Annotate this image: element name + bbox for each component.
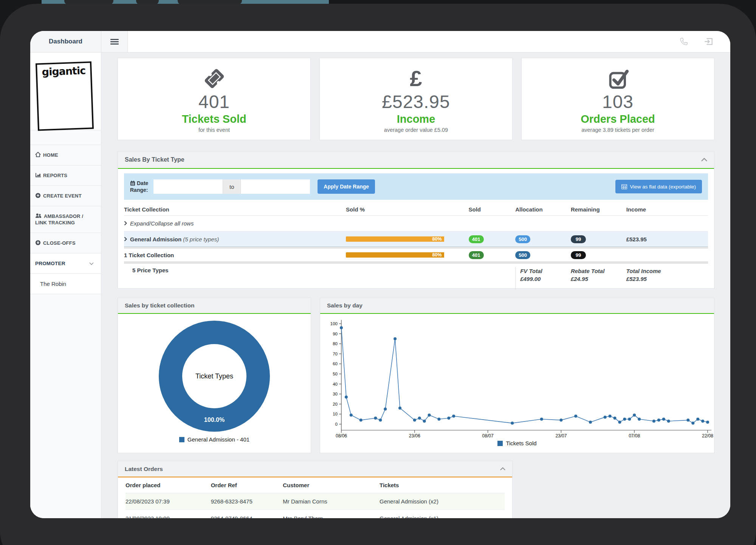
stat-label: Income <box>320 113 512 125</box>
order-ref: 9268-6323-8475 <box>211 498 283 505</box>
close-offs-icon <box>35 240 41 245</box>
plus-circle-icon <box>35 193 41 198</box>
table-row-general-admission[interactable]: General Admission (5 price types) 80% 40… <box>124 232 708 247</box>
panel-title: Sales By Ticket Type <box>125 156 184 163</box>
donut-center-label: Ticket Types <box>195 372 233 380</box>
export-button-label: View as flat data (exportable) <box>630 184 696 190</box>
sidebar-footer <box>30 294 101 518</box>
total-income-label: Total Income <box>626 268 661 274</box>
date-from-input[interactable] <box>153 179 223 194</box>
sidebar-item-home[interactable]: HOME <box>30 145 101 165</box>
sidebar-item-reports[interactable]: REPORTS <box>30 165 101 185</box>
sidebar-item-label: AMBASSADOR / LINK TRACKING <box>35 213 83 225</box>
svg-text:07/08: 07/08 <box>629 433 640 438</box>
sidebar-item-the-robin[interactable]: The Robin <box>30 273 101 294</box>
panel-header: Sales by ticket collection <box>118 298 311 314</box>
remaining-badge: 99 <box>571 251 586 259</box>
sold-percent-bar-fill: 80% <box>346 236 444 242</box>
sidebar-item-close-offs[interactable]: CLOSE-OFFS <box>30 233 101 253</box>
logout-icon[interactable] <box>704 37 714 46</box>
date-to-connector: to <box>223 179 241 194</box>
svg-text:08/07: 08/07 <box>482 433 494 438</box>
gigantic-logo: gigantic <box>36 61 94 131</box>
pound-icon: £ <box>410 68 422 90</box>
col-sold-pct: Sold % <box>346 206 468 213</box>
expand-collapse-label: Expand/Collapse all rows <box>130 220 194 227</box>
svg-text:90: 90 <box>333 332 338 336</box>
date-to-input[interactable] <box>241 179 310 194</box>
income-value: £523.95 <box>626 236 708 242</box>
remaining-badge: 99 <box>571 235 586 243</box>
chevron-up-icon <box>500 467 505 471</box>
sales-by-collection-panel: Sales by ticket collection Ticket Types … <box>118 298 311 453</box>
sidebar-item-label: REPORTS <box>43 173 67 178</box>
apply-date-range-button[interactable]: Apply Date Range <box>318 179 375 194</box>
date-range-bar: Date Range: to Apply Date Range View as … <box>124 173 708 200</box>
phone-icon[interactable] <box>679 37 689 46</box>
sidebar-item-label: PROMOTER <box>35 260 65 267</box>
col-allocation: Allocation <box>515 206 571 213</box>
svg-text:30: 30 <box>333 392 338 396</box>
legend-swatch <box>497 441 503 446</box>
stat-caption: average 3.89 tickets per order <box>522 127 714 133</box>
donut-chart: Ticket Types 100.0% General Admission - … <box>118 314 311 453</box>
svg-text:100: 100 <box>330 321 338 326</box>
sidebar-item-label: CLOSE-OFFS <box>43 240 76 246</box>
order-row: 21/08/2023 19:00 9264-0749-8664 Mrs Bery… <box>125 510 505 518</box>
panel-header: Sales by day <box>320 298 714 314</box>
chevron-right-icon <box>124 221 127 225</box>
menu-toggle-button[interactable] <box>101 31 128 52</box>
order-placed: 22/08/2023 07:39 <box>125 498 211 505</box>
sidebar-item-ambassador-link-tracking[interactable]: AMBASSADOR / LINK TRACKING <box>30 206 101 233</box>
home-icon <box>35 152 41 157</box>
order-ref: 9264-0749-8664 <box>211 515 283 519</box>
table-totals-row: 5 Price Types FV Total£499.00 Rebate Tot… <box>124 262 708 288</box>
table-row-ticket-collection-total: 1 Ticket Collection 80% 401 500 99 <box>124 247 708 262</box>
svg-text:60: 60 <box>333 361 338 366</box>
svg-text:23/07: 23/07 <box>555 433 567 438</box>
sidebar-item-label: The Robin <box>40 281 66 287</box>
top-bar-actions <box>128 31 730 52</box>
legend-label: General Admission - 401 <box>187 436 249 443</box>
panel-title: Latest Orders <box>125 466 163 472</box>
stat-value: 401 <box>118 91 310 112</box>
panel-header: Latest Orders <box>118 461 512 477</box>
svg-text:40: 40 <box>333 382 338 386</box>
row-name: General Admission <box>130 236 181 242</box>
reports-chart-icon <box>35 172 41 178</box>
expand-collapse-all-row[interactable]: Expand/Collapse all rows <box>124 216 708 232</box>
stat-value: 103 <box>522 91 714 112</box>
stat-label: Tickets Sold <box>118 113 310 125</box>
line-chart-legend: Tickets Sold <box>320 440 714 446</box>
donut-chart-svg: Ticket Types 100.0% <box>157 319 271 433</box>
sidebar-item-label: CREATE EVENT <box>43 193 82 199</box>
line-chart: 010203040506070809010008/0623/0608/0723/… <box>320 314 714 453</box>
svg-text:50: 50 <box>333 372 338 376</box>
stat-caption: for this event <box>118 127 310 133</box>
hamburger-icon <box>110 38 119 46</box>
col-order-ref: Order Ref <box>211 482 283 488</box>
sidebar-item-promoter[interactable]: PROMOTER <box>30 253 101 273</box>
panel-title: Sales by day <box>327 302 363 309</box>
page-title: Dashboard <box>30 31 101 52</box>
donut-legend: General Admission - 401 <box>118 436 311 443</box>
sidebar: gigantic HOME REPORTS AMBASSADOR / LINK … <box>30 52 101 518</box>
tickets-sold-card: 401 Tickets Sold for this event <box>118 58 311 140</box>
sold-percent-bar-fill: 80% <box>346 252 444 258</box>
sold-percent-label: 80% <box>432 236 442 242</box>
sidebar-item-create-event[interactable]: AMBASSADOR / LINK TRACKINGCREATE EVENT <box>30 185 101 206</box>
svg-text:80: 80 <box>333 341 338 346</box>
stat-cards: 401 Tickets Sold for this event £ £523.9… <box>118 58 714 140</box>
allocation-badge: 500 <box>515 235 530 243</box>
fv-total-cell: FV Total£499.00 <box>515 267 571 290</box>
legend-label: Tickets Sold <box>506 440 536 446</box>
export-flat-data-button[interactable]: View as flat data (exportable) <box>615 180 702 193</box>
collapse-panel-button[interactable] <box>701 158 707 162</box>
sold-percent-label: 80% <box>432 252 442 258</box>
collapse-panel-button[interactable] <box>500 467 505 471</box>
order-row: 22/08/2023 07:39 9268-6323-8475 Mr Damia… <box>125 493 505 510</box>
svg-text:20: 20 <box>333 402 338 406</box>
top-bar: Dashboard <box>30 31 730 52</box>
app-window: Dashboard gigantic HOME REPORTS <box>30 31 730 518</box>
orders-header-row: Order placed Order Ref Customer Tickets <box>125 477 505 493</box>
